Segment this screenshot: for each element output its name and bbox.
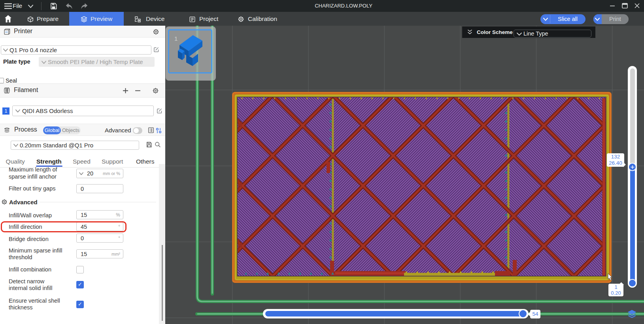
svg-text:1: 1 — [174, 35, 178, 42]
